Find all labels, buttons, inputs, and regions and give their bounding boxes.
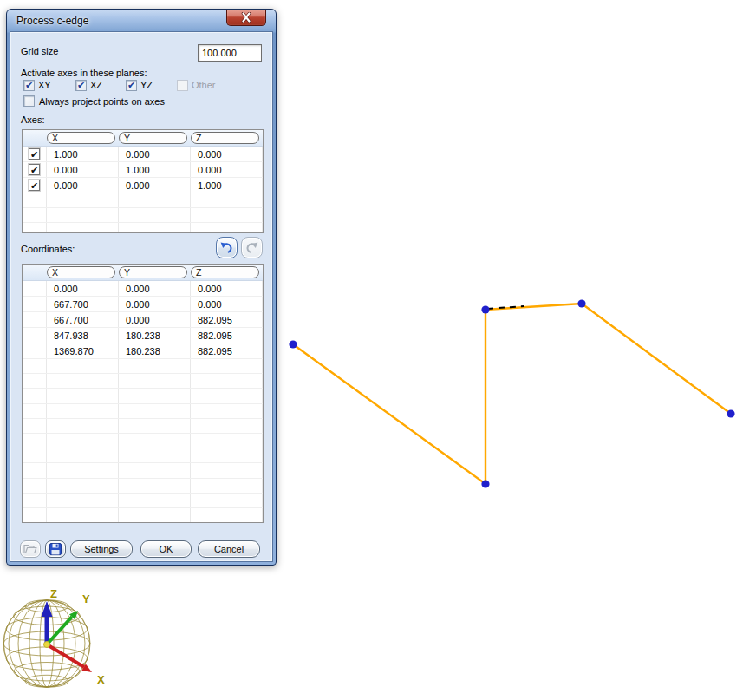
table-cell[interactable]: 180.238 (119, 328, 191, 343)
table-row[interactable]: 0.0000.0001.000 (23, 178, 263, 193)
table-cell[interactable]: 0.000 (119, 312, 191, 327)
table-cell[interactable]: 0.000 (191, 147, 263, 161)
axes-label: Axes: (21, 114, 45, 125)
column-header-x[interactable]: X (47, 132, 115, 144)
redo-button[interactable] (241, 237, 263, 258)
dialog-titlebar[interactable]: Process c-edge (7, 10, 276, 32)
table-row[interactable]: 667.7000.0000.000 (23, 297, 263, 312)
planes-label: Activate axes in these planes: (21, 68, 147, 78)
table-cell[interactable]: 882.095 (191, 328, 263, 343)
row-selector-cell (23, 297, 47, 311)
settings-button[interactable]: Settings (70, 540, 133, 558)
table-cell[interactable]: 1.000 (119, 162, 191, 177)
checkbox-xz[interactable] (75, 80, 87, 91)
polyline-point[interactable] (577, 299, 585, 307)
column-header-x[interactable]: X (47, 266, 115, 278)
table-row[interactable]: 1.0000.0000.000 (23, 147, 263, 162)
column-header-y[interactable]: Y (119, 266, 187, 278)
table-cell[interactable]: 1.000 (191, 178, 263, 193)
table-row[interactable]: 847.938180.238882.095 (23, 328, 263, 343)
row-checkbox[interactable] (29, 164, 40, 175)
polyline-point[interactable] (481, 480, 489, 487)
table-cell[interactable]: 0.000 (119, 178, 191, 193)
grid-size-input[interactable] (198, 44, 262, 62)
table-cell[interactable]: 667.700 (47, 312, 119, 327)
axes-table: XYZ1.0000.0000.0000.0001.0000.0000.0000.… (22, 129, 264, 233)
table-row[interactable]: 667.7000.000882.095 (23, 312, 263, 328)
plane-label: Other (192, 80, 216, 90)
table-row[interactable]: 1369.870180.238882.095 (23, 343, 263, 359)
row-selector-cell (23, 162, 47, 177)
checkbox-other (177, 80, 188, 91)
close-button[interactable] (226, 10, 266, 26)
checkbox-xy[interactable] (23, 80, 35, 91)
column-header-z[interactable]: Z (191, 266, 259, 278)
plane-option-xy[interactable]: XY (23, 79, 75, 91)
save-button[interactable] (45, 540, 66, 558)
table-cell[interactable]: 0.000 (47, 281, 119, 296)
polyline-point[interactable] (289, 340, 297, 348)
empty-row (23, 448, 263, 463)
table-row[interactable]: 0.0000.0000.000 (23, 281, 263, 297)
polyline-point[interactable] (481, 305, 489, 313)
coordinates-table: XYZ0.0000.0000.000667.7000.0000.000667.7… (22, 264, 264, 523)
table-cell[interactable]: 882.095 (191, 343, 263, 358)
gizmo-origin (44, 642, 50, 648)
plane-option-xz[interactable]: XZ (75, 79, 126, 91)
table-row[interactable]: 0.0001.0000.000 (23, 162, 263, 178)
row-checkbox[interactable] (29, 180, 40, 191)
redo-icon (245, 241, 258, 254)
table-cell[interactable]: 0.000 (191, 162, 263, 177)
header-spacer (23, 265, 47, 280)
empty-row (23, 374, 263, 389)
empty-row (23, 463, 263, 478)
table-cell[interactable]: 180.238 (119, 343, 191, 358)
row-checkbox[interactable] (29, 148, 40, 160)
table-cell[interactable]: 667.700 (47, 297, 119, 311)
column-header-z[interactable]: Z (191, 132, 259, 144)
table-cell[interactable]: 1.000 (47, 147, 119, 161)
table-cell[interactable]: 0.000 (191, 281, 263, 296)
polyline-edges[interactable] (293, 304, 731, 484)
gizmo-z-label: Z (50, 587, 57, 600)
undo-button[interactable] (216, 237, 238, 258)
table-cell[interactable]: 0.000 (119, 297, 191, 311)
ok-button[interactable]: OK (140, 540, 192, 558)
table-header: XYZ (23, 130, 263, 147)
row-selector-cell (23, 328, 47, 343)
gizmo-y-label: Y (82, 592, 90, 605)
header-spacer (23, 130, 47, 146)
checkbox-yz[interactable] (126, 80, 137, 91)
table-cell[interactable]: 0.000 (191, 297, 263, 311)
always-project-checkbox[interactable] (23, 95, 35, 107)
table-cell[interactable]: 882.095 (191, 312, 263, 327)
table-cell[interactable]: 847.938 (47, 328, 119, 343)
plane-option-yz[interactable]: YZ (126, 79, 177, 91)
folder-icon (23, 544, 37, 554)
row-selector-cell (23, 147, 47, 161)
table-cell[interactable]: 0.000 (119, 281, 191, 296)
empty-row (23, 404, 263, 419)
table-cell[interactable]: 0.000 (47, 178, 119, 193)
gizmo-x-label: X (97, 673, 105, 686)
column-header-y[interactable]: Y (119, 132, 187, 144)
polyline-point[interactable] (727, 409, 734, 417)
table-cell[interactable]: 1369.870 (47, 343, 119, 358)
plane-option-other[interactable]: Other (177, 79, 246, 91)
cancel-button[interactable]: Cancel (198, 540, 260, 558)
table-cell[interactable]: 0.000 (47, 162, 119, 177)
row-selector-cell (23, 343, 47, 358)
empty-row (23, 479, 263, 494)
dialog-body: Grid size Activate axes in these planes:… (10, 32, 272, 561)
process-c-edge-dialog: Process c-edge Grid size Activate axes i… (6, 9, 277, 566)
empty-row (23, 223, 263, 233)
empty-row (23, 389, 263, 403)
plane-label: XZ (90, 80, 102, 90)
undo-icon (220, 241, 233, 254)
empty-row (23, 419, 263, 434)
table-header: XYZ (23, 265, 263, 281)
empty-row (23, 508, 263, 523)
table-cell[interactable]: 0.000 (119, 147, 191, 161)
close-icon (239, 12, 253, 23)
plane-checkboxes: XYXZYZOther (23, 79, 246, 91)
